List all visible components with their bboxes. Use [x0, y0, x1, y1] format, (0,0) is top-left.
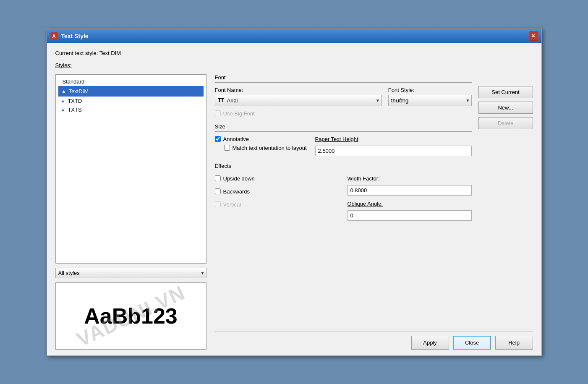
- current-style-label: Current text style: Text DIM: [55, 50, 533, 56]
- styles-list-item-txts[interactable]: ▲ TXTS: [58, 105, 204, 114]
- paper-text-height-label: Paper Text Height: [315, 136, 472, 142]
- match-text-label: Match text orientation to layout: [233, 145, 307, 151]
- styles-list-header: Standard: [58, 77, 204, 86]
- right-top-area: Font Font Name: Arial TT ▼: [215, 74, 533, 325]
- backwards-checkbox[interactable]: [215, 188, 221, 194]
- txtd-label: TXTD: [68, 98, 82, 104]
- width-factor-label: Width Factor:: [348, 175, 472, 182]
- styles-list-header-label: Standard: [63, 78, 85, 85]
- upside-down-row: Upside down: [215, 175, 339, 182]
- styles-section-label: Styles:: [55, 62, 533, 68]
- annotative-row: Annotative: [215, 136, 307, 142]
- title-bar: A Text Style ✕: [47, 29, 541, 43]
- main-area: Standard ▲ TextDIM ▲ TXTD ▲ TXTS: [55, 74, 533, 350]
- delete-button[interactable]: Delete: [478, 117, 533, 129]
- new-button[interactable]: New...: [478, 102, 533, 114]
- text-style-dialog: A Text Style ✕ Current text style: Text …: [47, 29, 542, 356]
- annotative-checkbox[interactable]: [215, 136, 221, 142]
- use-big-font-label: Use Big Font: [223, 110, 255, 117]
- size-section: Size Annotative Match text or: [215, 123, 472, 156]
- match-text-checkbox[interactable]: [224, 145, 230, 151]
- font-name-group: Font Name: Arial TT ▼: [215, 87, 382, 106]
- font-name-dropdown[interactable]: Arial: [215, 95, 382, 106]
- side-buttons: Set Current New... Delete: [478, 74, 533, 325]
- vertical-checkbox[interactable]: [215, 201, 221, 207]
- form-section: Font Font Name: Arial TT ▼: [215, 74, 472, 325]
- close-icon[interactable]: ✕: [529, 31, 538, 41]
- styles-list-item-txtd[interactable]: ▲ TXTD: [58, 97, 204, 105]
- font-style-dropdown-wrapper: thường Bold Italic Bold Italic ▼: [388, 95, 472, 106]
- dialog-content: Current text style: Text DIM Styles: Sta…: [47, 43, 541, 355]
- use-big-font-checkbox[interactable]: [215, 110, 221, 116]
- txts-label: TXTS: [68, 107, 81, 113]
- help-button[interactable]: Help: [495, 336, 533, 350]
- effects-right: Width Factor: Oblique Angle:: [348, 175, 472, 221]
- styles-list: Standard ▲ TextDIM ▲ TXTD ▲ TXTS: [55, 74, 206, 264]
- vertical-row: Vertical: [215, 201, 339, 208]
- font-section: Font Font Name: Arial TT ▼: [215, 74, 472, 117]
- backwards-row: Backwards: [215, 188, 339, 195]
- vertical-label: Vertical: [223, 201, 241, 208]
- font-name-label: Font Name:: [215, 87, 382, 93]
- title-bar-left: A Text Style: [50, 32, 89, 40]
- left-panel: Standard ▲ TextDIM ▲ TXTD ▲ TXTS: [55, 74, 206, 350]
- upside-down-label: Upside down: [223, 175, 255, 182]
- match-text-row: Match text orientation to layout: [224, 145, 307, 151]
- oblique-angle-label: Oblique Angle:: [348, 201, 472, 207]
- styles-list-item-textdim[interactable]: ▲ TextDIM: [58, 86, 204, 97]
- set-current-button[interactable]: Set Current: [478, 86, 533, 98]
- title-bar-text: Text Style: [61, 33, 89, 39]
- apply-button[interactable]: Apply: [411, 336, 449, 350]
- close-button[interactable]: Close: [453, 336, 491, 350]
- textdim-label: TextDIM: [68, 88, 89, 94]
- annotative-label: Annotative: [223, 136, 249, 142]
- app-icon: A: [50, 32, 58, 40]
- font-row: Font Name: Arial TT ▼: [215, 87, 472, 106]
- txtd-icon: ▲: [61, 98, 65, 103]
- size-section-title: Size: [215, 123, 472, 132]
- textdim-icon: ▲: [62, 89, 66, 94]
- font-style-label: Font Style:: [388, 87, 472, 93]
- preview-text: AaBb123: [84, 303, 178, 329]
- right-panel: Font Font Name: Arial TT ▼: [215, 74, 533, 350]
- width-factor-input[interactable]: [348, 185, 472, 196]
- effects-section: Effects Upside down Backwards: [215, 163, 472, 221]
- txts-icon: ▲: [61, 107, 65, 112]
- all-styles-dropdown-wrapper: All styles ▼: [55, 268, 206, 278]
- size-content: Annotative Match text orientation to lay…: [215, 136, 472, 156]
- all-styles-dropdown[interactable]: All styles: [55, 268, 206, 278]
- font-section-title: Font: [215, 74, 472, 83]
- effects-section-title: Effects: [215, 163, 472, 171]
- oblique-angle-input[interactable]: [348, 210, 472, 221]
- effects-left: Upside down Backwards Vertical: [215, 175, 339, 221]
- font-name-dropdown-wrapper: Arial TT ▼: [215, 95, 382, 106]
- preview-box: AaBb123 VADUNI.VN: [55, 282, 206, 350]
- size-right: Paper Text Height: [315, 136, 472, 156]
- bottom-buttons: Apply Close Help: [215, 331, 533, 350]
- font-style-group: Font Style: thường Bold Italic Bold Ital…: [388, 87, 472, 106]
- font-style-dropdown[interactable]: thường Bold Italic Bold Italic: [388, 95, 472, 106]
- upside-down-checkbox[interactable]: [215, 175, 221, 181]
- backwards-label: Backwards: [223, 188, 250, 195]
- effects-grid: Upside down Backwards Vertical: [215, 175, 472, 221]
- use-big-font-row: Use Big Font: [215, 110, 472, 117]
- paper-text-height-input[interactable]: [315, 146, 472, 156]
- size-left: Annotative Match text orientation to lay…: [215, 136, 307, 156]
